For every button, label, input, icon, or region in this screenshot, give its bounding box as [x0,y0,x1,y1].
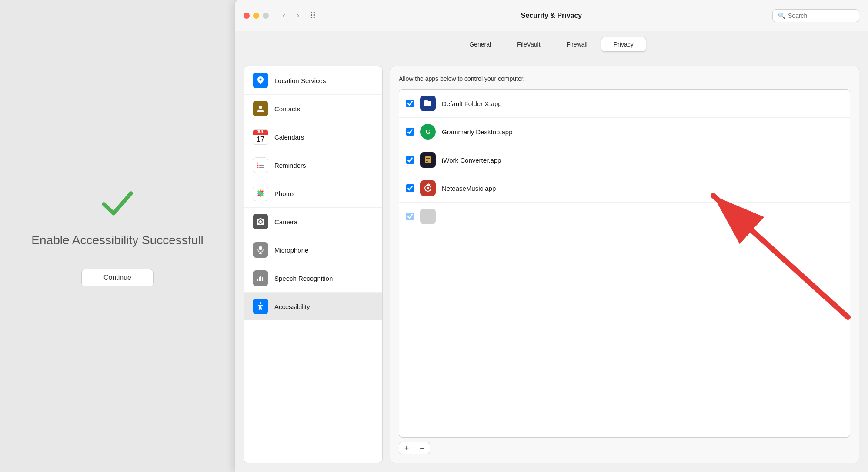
add-app-button[interactable]: + [399,442,414,454]
svg-point-0 [259,106,262,109]
app-item-partial [399,203,850,230]
svg-rect-4 [259,165,264,166]
microphone-icon [253,242,268,258]
iwork-icon [420,152,436,168]
grammarly-checkbox[interactable] [406,128,414,136]
calendars-label: Calendars [274,133,304,141]
sidebar-item-speech[interactable]: Speech Recognition [244,264,382,293]
camera-icon [253,214,268,229]
svg-rect-6 [259,167,264,168]
accessibility-label: Accessibility [274,303,310,310]
app-item-default-folder: Default Folder X.app [399,90,850,118]
contacts-icon [253,101,268,116]
default-folder-checkbox[interactable] [406,100,414,107]
close-button[interactable] [244,13,250,19]
sidebar-item-camera[interactable]: Camera [244,208,382,236]
tab-privacy[interactable]: Privacy [601,37,646,52]
tab-bar: General FileVault Firewall Privacy [235,31,868,57]
calendar-month: JUL [253,129,268,135]
camera-label: Camera [274,218,297,226]
continue-button[interactable]: Continue [81,269,154,286]
netease-checkbox[interactable] [406,184,414,192]
sidebar-item-location[interactable]: Location Services [244,66,382,95]
sidebar-item-calendars[interactable]: JUL 17 Calendars [244,123,382,151]
speech-icon [253,270,268,286]
sidebar-item-microphone[interactable]: Microphone [244,236,382,264]
apps-list: Default Folder X.app G Grammarly Desktop… [399,89,850,438]
microphone-label: Microphone [274,246,308,254]
left-panel: Enable Accessibility Successfull Continu… [0,0,235,472]
svg-point-31 [427,187,429,189]
checkmark-container [100,186,135,220]
action-buttons: + − [399,442,850,454]
search-icon: 🔍 [778,12,785,19]
grid-icon[interactable]: ⠿ [310,10,316,21]
grammarly-name: Grammarly Desktop.app [442,128,513,136]
sidebar-item-reminders[interactable]: Reminders [244,151,382,179]
search-input[interactable] [788,12,853,19]
success-checkmark [100,183,135,223]
nav-arrows: ‹ › [279,9,303,22]
sidebar-item-contacts[interactable]: Contacts [244,95,382,123]
remove-app-button[interactable]: − [414,442,430,454]
iwork-checkbox[interactable] [406,156,414,164]
tab-filevault[interactable]: FileVault [504,37,553,52]
svg-rect-17 [262,277,263,281]
sidebar-item-accessibility[interactable]: Accessibility [244,293,382,320]
default-folder-icon [420,96,436,111]
grammarly-icon: G [420,124,436,140]
search-bar[interactable]: 🔍 [772,9,859,22]
maximize-button[interactable] [263,13,269,19]
photos-label: Photos [274,190,295,197]
default-folder-name: Default Folder X.app [442,100,502,107]
netease-icon [420,180,436,196]
tab-firewall[interactable]: Firewall [554,37,600,52]
location-icon [253,73,268,88]
svg-rect-21 [424,100,428,102]
calendar-day: 17 [253,135,268,145]
app-item-iwork: iWork Converter.app [399,146,850,174]
accessibility-icon [253,299,268,314]
title-bar: ‹ › ⠿ Security & Privacy 🔍 [235,0,868,31]
back-button[interactable]: ‹ [279,9,289,22]
success-message: Enable Accessibility Successfull [31,233,203,247]
contacts-label: Contacts [274,105,300,113]
svg-point-3 [257,165,259,166]
app-item-netease: NeteaseMusic.app [399,174,850,203]
partial-icon [420,209,436,224]
svg-rect-15 [259,277,260,281]
svg-rect-16 [260,276,261,281]
minimize-button[interactable] [253,13,259,19]
sidebar-item-photos[interactable]: Photos [244,179,382,208]
right-panel: Allow the apps below to control your com… [390,66,859,463]
window-controls [244,13,269,19]
sidebar-list: Location Services Contacts JUL 17 Calend… [244,66,383,463]
photos-icon [253,186,268,201]
iwork-name: iWork Converter.app [442,156,501,164]
main-window: ‹ › ⠿ Security & Privacy 🔍 General FileV… [235,0,868,472]
partial-checkbox[interactable] [406,213,414,220]
content-area: Location Services Contacts JUL 17 Calend… [235,57,868,472]
tab-general[interactable]: General [457,37,504,52]
svg-rect-11 [259,246,262,250]
svg-rect-2 [259,163,264,163]
reminders-label: Reminders [274,162,306,169]
reminders-icon [253,157,268,173]
location-label: Location Services [274,77,326,84]
svg-rect-14 [257,279,258,281]
svg-point-18 [260,302,261,304]
svg-point-5 [257,167,259,168]
forward-button[interactable]: › [293,9,303,22]
window-title: Security & Privacy [521,12,582,20]
netease-name: NeteaseMusic.app [442,185,496,192]
panel-description: Allow the apps below to control your com… [399,75,850,82]
calendars-icon: JUL 17 [253,129,268,145]
app-item-grammarly: G Grammarly Desktop.app [399,118,850,146]
svg-text:G: G [426,129,431,135]
speech-label: Speech Recognition [274,275,333,282]
svg-point-1 [257,163,259,164]
